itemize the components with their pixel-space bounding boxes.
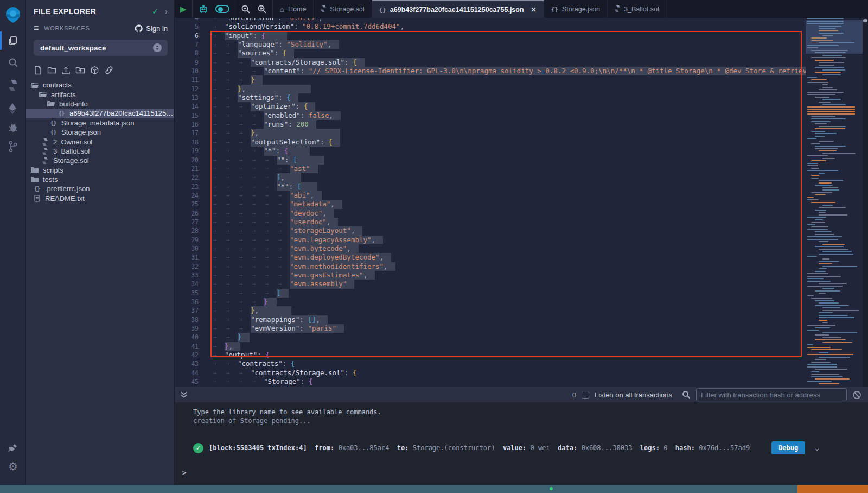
content-row: ⚙ FILE EXPLORER ✓ › ≡ WORKSPACES Sign in… <box>0 0 868 485</box>
tab-whitespace: → <box>251 147 264 155</box>
minimap[interactable] <box>806 18 863 387</box>
accept-check-icon[interactable]: ✓ <box>152 7 158 16</box>
line-number: 25 <box>175 200 204 208</box>
terminal-output[interactable]: Type the library name to see available c… <box>175 402 868 477</box>
tree-item-3-ballot-sol[interactable]: 3_Ballot.sol <box>26 147 174 156</box>
tab-whitespace: → <box>212 120 225 129</box>
import-cube-icon[interactable] <box>90 66 99 75</box>
tab-whitespace: → <box>225 262 238 271</box>
tab-whitespace: → <box>225 315 238 324</box>
tree-item--prettierrc-json[interactable]: {}.prettierrc.json <box>26 184 174 193</box>
upload-file-icon[interactable] <box>61 66 71 75</box>
tab-label: 3_Ballot.sol <box>624 5 659 13</box>
tree-item-label: artifacts <box>51 91 76 99</box>
code-editor[interactable]: 4→"solcVersion": "0.8.19",5→"solcLongVer… <box>175 18 868 387</box>
tab-whitespace: → <box>225 369 238 377</box>
tree-item-readme-txt[interactable]: README.txt <box>26 194 174 203</box>
tx-success-check-icon: ✓ <box>193 443 203 453</box>
tx-expand-chevron-icon[interactable]: ⌄ <box>814 444 820 452</box>
tab-home[interactable]: ⌂Home <box>273 0 314 18</box>
workspaces-menu-icon[interactable]: ≡ <box>34 23 39 33</box>
run-script-play-icon[interactable]: ▶ <box>180 4 187 14</box>
tab-whitespace: → <box>277 280 290 288</box>
tab-storage-sol[interactable]: Storage.sol <box>314 0 372 18</box>
tree-item-tests[interactable]: tests <box>26 175 174 184</box>
tree-item-contracts[interactable]: contracts <box>26 80 174 90</box>
file-explorer-panel: FILE EXPLORER ✓ › ≡ WORKSPACES Sign in d… <box>26 0 175 485</box>
tree-item-storage-metadata-json[interactable]: {}Storage_metadata.json <box>26 118 174 128</box>
plugin-manager-icon[interactable] <box>0 441 26 456</box>
terminal-prompt[interactable]: > <box>182 469 868 477</box>
zoom-out-icon[interactable] <box>241 4 251 14</box>
upload-folder-icon[interactable] <box>75 66 85 75</box>
listen-all-checkbox[interactable] <box>582 391 589 399</box>
transaction-filter-input[interactable] <box>696 388 847 401</box>
code-line-30: 30→→→→→→"evm.bytecode", <box>175 244 806 253</box>
tree-item-storage-sol[interactable]: Storage.sol <box>26 156 174 165</box>
tab-a69b43f277ba20fcac141151250ca755-json[interactable]: {}a69b43f277ba20fcac141151250ca755.json✕ <box>372 0 544 18</box>
tab-whitespace: → <box>251 253 264 262</box>
tree-item-2-owner-sol[interactable]: 2_Owner.sol <box>26 137 174 146</box>
tree-item-label: .prettierrc.json <box>45 185 90 193</box>
line-number: 7 <box>175 40 204 49</box>
tab-label: Home <box>288 5 306 13</box>
tree-item-scripts[interactable]: scripts <box>26 166 174 175</box>
zoom-in-icon[interactable] <box>257 4 267 14</box>
tree-item-build-info[interactable]: build-info <box>26 99 174 109</box>
git-icon[interactable] <box>0 139 26 154</box>
tab-whitespace: → <box>212 262 225 271</box>
file-explorer-icon[interactable] <box>0 31 26 50</box>
line-number: 16 <box>175 120 204 129</box>
search-icon[interactable] <box>0 55 26 69</box>
collapse-terminal-icon[interactable] <box>180 391 188 399</box>
workspace-select[interactable]: default_workspace <box>34 40 168 56</box>
tree-item-storage-json[interactable]: {}Storage.json <box>26 128 174 137</box>
solidity-compiler-icon[interactable] <box>0 78 26 93</box>
tree-item-artifacts[interactable]: artifacts <box>26 90 174 99</box>
code-line-35: 35→→→→→] <box>175 289 806 298</box>
tab-whitespace: → <box>212 359 225 368</box>
transaction-log-row[interactable]: ✓ [block:5583405 txIndex:4] from: 0xa03.… <box>193 441 868 454</box>
remix-logo-icon[interactable] <box>0 3 26 26</box>
new-file-icon[interactable] <box>34 66 42 75</box>
tab-whitespace: → <box>225 120 238 129</box>
tab-whitespace: → <box>225 324 238 333</box>
code-line-11: 11→→→} <box>175 75 806 84</box>
tab-whitespace: → <box>238 298 251 306</box>
workspace-sort-icon[interactable] <box>152 43 162 53</box>
tab-whitespace: → <box>212 324 225 333</box>
debugger-icon[interactable] <box>0 120 26 134</box>
tab-whitespace: → <box>238 147 251 155</box>
terminal-search-icon[interactable] <box>682 390 691 399</box>
panel-title: FILE EXPLORER <box>34 7 152 16</box>
clear-console-icon[interactable] <box>852 390 861 400</box>
sign-in-button[interactable]: Sign in <box>135 24 168 33</box>
code-line-40: 40→→} <box>175 333 806 342</box>
deploy-run-icon[interactable] <box>0 101 26 116</box>
tab-whitespace: → <box>251 298 264 306</box>
remix-ai-robot-icon[interactable] <box>198 4 209 15</box>
tab-whitespace: → <box>225 236 238 244</box>
tab-whitespace: → <box>238 315 251 324</box>
new-folder-icon[interactable] <box>47 66 56 75</box>
line-number: 14 <box>175 102 204 111</box>
alert-status-segment[interactable] <box>797 485 868 493</box>
tab-storage-json[interactable]: {}Storage.json <box>544 0 608 18</box>
line-number: 30 <box>175 244 204 253</box>
ai-toggle-switch[interactable] <box>215 5 229 13</box>
tree-item-a69b43f277ba20fcac141151250ca7-[interactable]: {}a69b43f277ba20fcac141151250ca7... <box>26 109 174 118</box>
minimap-viewport[interactable] <box>806 20 863 54</box>
tab-close-icon[interactable]: ✕ <box>531 6 537 14</box>
settings-gear-icon[interactable]: ⚙ <box>0 459 26 473</box>
debug-button[interactable]: Debug <box>771 441 805 454</box>
line-number: 18 <box>175 138 204 147</box>
workspace-name: default_workspace <box>40 44 152 52</box>
tab-whitespace: → <box>277 165 290 173</box>
tab-whitespace: → <box>238 75 251 84</box>
tab-whitespace: → <box>238 324 251 333</box>
link-clone-icon[interactable] <box>104 66 114 75</box>
scrollbar-handle[interactable] <box>863 19 867 22</box>
tab-3-ballot-sol[interactable]: 3_Ballot.sol <box>608 0 667 18</box>
editor-scrollbar[interactable] <box>863 18 868 387</box>
panel-chevron-icon[interactable]: › <box>165 7 168 16</box>
